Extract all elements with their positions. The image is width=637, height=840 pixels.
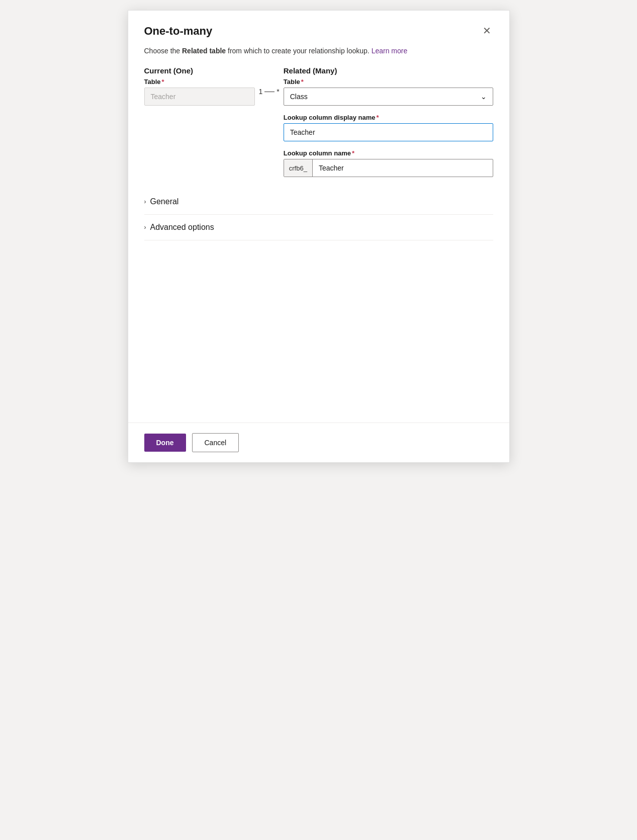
dialog-footer: Done Cancel (128, 423, 509, 462)
dialog-subtitle: Choose the Related table from which to c… (128, 38, 509, 66)
cancel-button[interactable]: Cancel (192, 433, 239, 452)
general-chevron-icon: › (144, 198, 146, 205)
current-table-label: Table * (144, 78, 255, 86)
lookup-display-name-required: * (377, 114, 379, 121)
advanced-section-title: Advanced options (150, 223, 214, 232)
general-section-header[interactable]: › General (144, 197, 493, 206)
lookup-column-name-field: Lookup column name * crfb6_ Teacher (284, 149, 493, 177)
lookup-column-name-prefix: crfb6_ (284, 159, 313, 177)
advanced-chevron-icon: › (144, 224, 146, 231)
dialog-title: One-to-many (144, 25, 213, 38)
dialog-header: One-to-many ✕ (128, 11, 509, 38)
subtitle-text-before: Choose the (144, 47, 183, 55)
related-table-select[interactable]: Class ⌄ (284, 88, 493, 106)
lookup-display-name-label: Lookup column display name * (284, 114, 493, 121)
lookup-display-name-input[interactable]: Teacher (284, 123, 493, 141)
related-table-value: Class (290, 93, 308, 101)
one-to-many-dialog: One-to-many ✕ Choose the Related table f… (128, 10, 510, 463)
related-table-field: Table * Class ⌄ (284, 78, 493, 106)
lookup-column-name-value: Teacher (313, 164, 350, 172)
general-section-title: General (150, 197, 179, 206)
lookup-display-name-field: Lookup column display name * Teacher (284, 114, 493, 141)
lookup-column-name-required: * (352, 149, 354, 157)
connector-line: 1 * (259, 88, 280, 96)
current-heading: Current (One) (144, 66, 255, 75)
connector-one: 1 (259, 88, 263, 96)
close-button[interactable]: ✕ (481, 25, 493, 37)
learn-more-link[interactable]: Learn more (372, 47, 408, 55)
current-table-input: Teacher (144, 88, 255, 106)
connector-star: * (277, 88, 279, 96)
current-table-required: * (162, 78, 164, 86)
done-button[interactable]: Done (144, 434, 186, 452)
subtitle-bold: Related table (182, 47, 226, 55)
columns-row: Current (One) Table * Teacher 1 * (144, 66, 493, 185)
advanced-section: › Advanced options (144, 215, 493, 240)
advanced-section-header[interactable]: › Advanced options (144, 223, 493, 232)
related-column: Related (Many) Table * Class ⌄ Lookup (284, 66, 493, 185)
dialog-body: Current (One) Table * Teacher 1 * (128, 66, 509, 423)
chevron-down-icon: ⌄ (481, 93, 487, 101)
general-section: › General (144, 189, 493, 215)
connector-dash (264, 92, 275, 92)
related-heading: Related (Many) (284, 66, 493, 75)
current-column: Current (One) Table * Teacher (144, 66, 255, 114)
current-table-field: Table * Teacher (144, 78, 255, 106)
related-table-required: * (301, 78, 304, 86)
connector: 1 * (255, 66, 284, 96)
subtitle-text-after: from which to create your relationship l… (226, 47, 370, 55)
lookup-column-name-label: Lookup column name * (284, 149, 493, 157)
related-table-label: Table * (284, 78, 493, 86)
lookup-column-name-input[interactable]: crfb6_ Teacher (284, 159, 493, 177)
